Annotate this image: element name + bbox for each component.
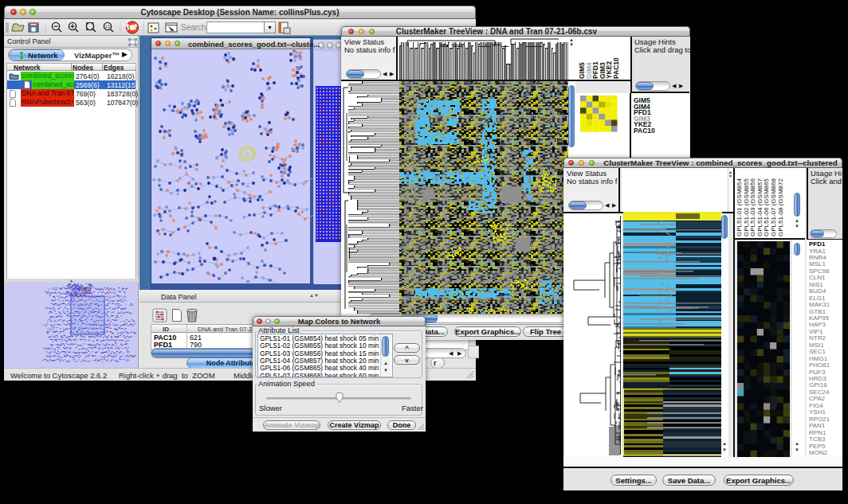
svg-text:1:1: 1:1 — [105, 25, 111, 29]
